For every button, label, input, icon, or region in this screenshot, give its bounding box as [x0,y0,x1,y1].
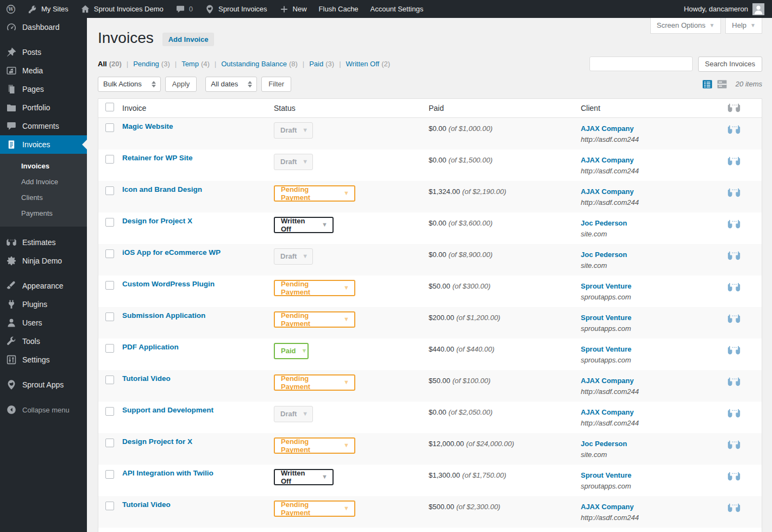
invoice-status-select[interactable]: Draft ▼ [274,248,313,265]
invoice-title-link[interactable]: API Integration with Twilio [122,465,274,477]
row-checkbox[interactable] [105,502,114,510]
estimate-hands-icon[interactable] [727,440,741,449]
estimate-hands-icon[interactable] [727,220,741,229]
howdy-menu[interactable]: Howdy, dancameron [684,5,748,13]
client-link[interactable]: AJAX Company [581,503,727,511]
row-checkbox[interactable] [105,123,114,132]
row-checkbox[interactable] [105,218,114,227]
row-checkbox[interactable] [105,470,114,479]
estimate-hands-icon[interactable] [727,157,741,166]
row-checkbox[interactable] [105,407,114,416]
invoice-title-link[interactable]: Magic Website [122,118,274,130]
sidebar-item-posts[interactable]: Posts [0,43,87,61]
invoice-title-link[interactable]: Icon and Brand Design [122,181,274,193]
estimate-hands-icon[interactable] [727,125,741,134]
invoice-status-select[interactable]: Written Off ▼ [274,469,334,485]
invoice-title-link[interactable]: Submission Application [122,307,274,320]
invoice-title-link[interactable]: iOS App for eCommerce WP [122,244,274,256]
apply-button[interactable]: Apply [165,77,197,92]
invoice-status-select[interactable]: Paid ▼ [274,343,309,359]
client-link[interactable]: Joc Pederson [581,440,727,448]
invoice-title-link[interactable]: Tutorial Video [122,370,274,383]
excerpt-view-icon[interactable] [717,79,727,90]
sidebar-item-dashboard[interactable]: Dashboard [0,18,87,36]
client-link[interactable]: Joc Pederson [581,251,727,259]
admin-bar-item[interactable]: Account Settings [365,0,430,18]
invoice-title-link[interactable]: Custom WordPress Plugin [122,276,274,288]
client-link[interactable]: AJAX Company [581,156,727,164]
help-tab[interactable]: Help ▼ [725,18,762,34]
filter-link-outstanding-balance[interactable]: Outstanding Balance(8) [221,60,298,68]
filter-button[interactable]: Filter [261,77,291,92]
client-link[interactable]: AJAX Company [581,187,727,196]
submenu-item-clients[interactable]: Clients [0,190,87,205]
invoice-status-select[interactable]: Pending Payment ▼ [274,311,355,328]
row-checkbox[interactable] [105,186,114,195]
list-view-icon[interactable] [702,79,713,90]
filter-link-temp[interactable]: Temp(4) [181,60,210,68]
sidebar-item-users[interactable]: Users [0,314,87,332]
invoice-status-select[interactable]: Pending Payment ▼ [274,500,355,517]
invoice-status-select[interactable]: Pending Payment ▼ [274,185,355,202]
client-link[interactable]: AJAX Company [581,377,727,385]
invoice-title-link[interactable]: Design for Project X [122,212,274,225]
invoice-status-select[interactable]: Draft ▼ [274,406,313,422]
admin-bar-item[interactable]: Flush Cache [313,0,365,18]
estimate-hands-icon[interactable] [727,283,741,292]
sidebar-item-collapse-menu[interactable]: Collapse menu [0,400,87,419]
filter-link-paid[interactable]: Paid(3) [309,60,334,68]
sidebar-item-comments[interactable]: Comments [0,117,87,135]
client-link[interactable]: Sprout Venture [581,282,727,290]
invoice-title-link[interactable]: Retainer for WP Site [122,149,274,162]
estimate-hands-icon[interactable] [727,409,741,418]
admin-bar-item[interactable]: W [0,0,22,18]
client-link[interactable]: AJAX Company [581,124,727,133]
sidebar-item-estimates[interactable]: Estimates [0,233,87,252]
invoice-title-link[interactable]: Retainer for Troubleshooting [122,528,274,532]
row-checkbox[interactable] [105,155,114,164]
client-link[interactable]: Sprout Venture [581,345,727,353]
row-checkbox[interactable] [105,439,114,447]
invoice-title-link[interactable]: Support and Development [122,402,274,414]
row-checkbox[interactable] [105,281,114,290]
admin-bar-item[interactable]: Sprout Invoices Demo [74,0,170,18]
sidebar-item-invoices[interactable]: Invoices [0,135,87,154]
invoice-status-select[interactable]: Pending Payment ▼ [274,374,355,391]
screen-options-tab[interactable]: Screen Options ▼ [650,18,721,34]
client-link[interactable]: Joc Pederson [581,219,727,227]
sidebar-item-media[interactable]: Media [0,61,87,80]
sidebar-item-ninja-demo[interactable]: Ninja Demo [0,252,87,270]
estimate-hands-icon[interactable] [727,472,741,481]
submenu-item-invoices[interactable]: Invoices [0,158,87,174]
admin-bar-item[interactable]: My Sites [22,0,74,18]
invoice-title-link[interactable]: Tutorial Video [122,496,274,509]
invoice-status-select[interactable]: Pending Payment ▼ [274,280,355,296]
add-invoice-button[interactable]: Add Invoice [162,33,215,46]
client-link[interactable]: Sprout Venture [581,471,727,479]
sidebar-item-portfolio[interactable]: Portfolio [0,98,87,117]
sidebar-item-plugins[interactable]: Plugins [0,295,87,314]
admin-bar-item[interactable]: Sprout Invoices [199,0,273,18]
sidebar-item-settings[interactable]: Settings [0,351,87,369]
estimate-hands-icon[interactable] [727,377,741,386]
sidebar-item-tools[interactable]: Tools [0,332,87,351]
dates-filter-select[interactable]: All dates [205,77,257,92]
invoice-title-link[interactable]: Design Project for X [122,433,274,446]
invoice-title-link[interactable]: PDF Application [122,339,274,351]
submenu-item-payments[interactable]: Payments [0,205,87,221]
estimate-hands-icon[interactable] [727,251,741,260]
client-link[interactable]: Sprout Venture [581,314,727,322]
admin-bar-item[interactable]: 0 [170,0,199,18]
estimate-hands-icon[interactable] [727,188,741,197]
estimate-hands-icon[interactable] [727,346,741,355]
search-invoices-button[interactable]: Search Invoices [698,57,763,72]
row-checkbox[interactable] [105,375,114,384]
filter-link-pending[interactable]: Pending(3) [133,60,170,68]
estimate-hands-icon[interactable] [727,314,741,323]
row-checkbox[interactable] [105,249,114,258]
select-all-checkbox[interactable] [105,103,114,111]
invoice-status-select[interactable]: Draft ▼ [274,122,313,139]
filter-link-all[interactable]: All(20) [98,60,122,68]
bulk-actions-select[interactable]: Bulk Actions [98,77,161,92]
filter-link-written-off[interactable]: Written Off(2) [346,60,391,68]
